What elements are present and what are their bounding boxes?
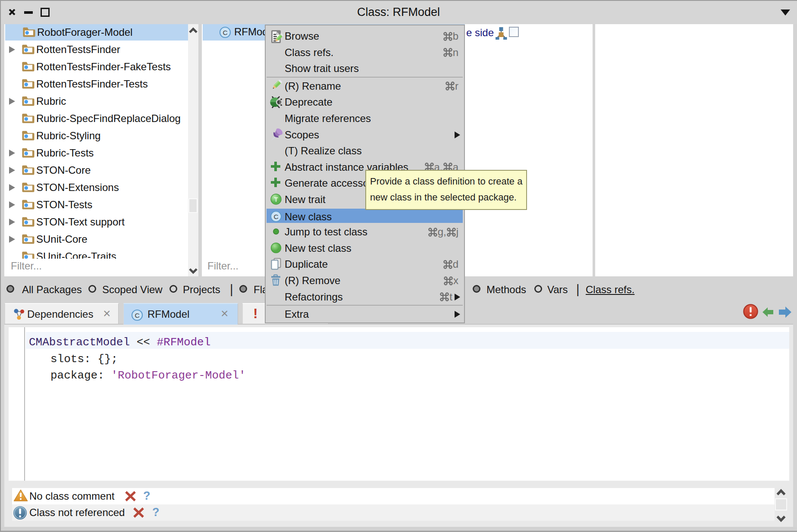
svg-text:C: C (223, 29, 227, 36)
svg-text:C: C (135, 312, 139, 319)
svg-text:C: C (273, 213, 278, 220)
svg-text:T: T (274, 196, 278, 203)
